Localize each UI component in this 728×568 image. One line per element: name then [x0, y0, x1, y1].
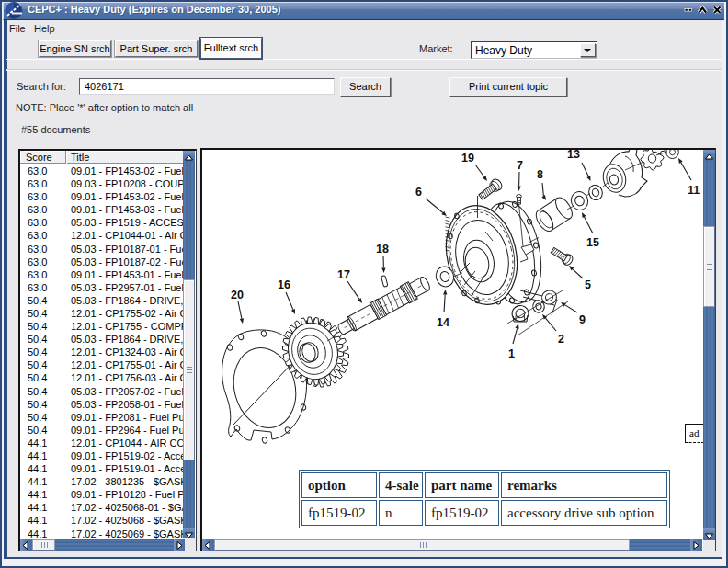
svg-text:14: 14 [437, 316, 449, 329]
svg-text:16: 16 [278, 278, 290, 291]
svg-text:11: 11 [688, 184, 700, 197]
svg-text:2: 2 [558, 333, 564, 346]
svg-text:19: 19 [461, 152, 474, 165]
svg-text:8: 8 [537, 168, 543, 181]
svg-text:7: 7 [517, 159, 523, 172]
svg-text:13: 13 [567, 150, 580, 161]
svg-text:9: 9 [579, 313, 586, 326]
svg-text:5: 5 [585, 278, 591, 291]
svg-text:15: 15 [586, 236, 599, 249]
svg-text:6: 6 [415, 186, 422, 199]
svg-text:18: 18 [376, 243, 389, 256]
svg-text:1: 1 [508, 347, 515, 360]
svg-text:20: 20 [231, 289, 244, 301]
svg-text:17: 17 [337, 268, 350, 281]
